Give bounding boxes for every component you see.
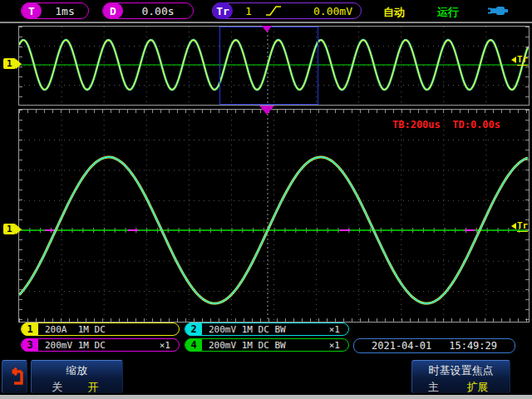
trigger-label: Tr (213, 2, 233, 19)
timebase-value: 1ms (42, 5, 88, 17)
oscilloscope-screen: T 1ms D 0.00s Tr 1 0.00mV 自动 运行 1 Tr (0, 0, 532, 399)
delay-value: 0.00s (123, 5, 193, 17)
acquire-mode-label: 自动 (383, 5, 405, 20)
main-waveform-window (18, 109, 530, 323)
zoom-off-option: 关 (52, 380, 62, 395)
delay-readout: D 0.00s (102, 2, 194, 19)
return-arrow-icon (6, 367, 25, 387)
main-waveform-plot (19, 110, 529, 322)
date-value: 2021-04-01 (372, 340, 431, 352)
rising-edge-icon (264, 4, 283, 17)
trigger-level-marker-main: Tr (511, 220, 528, 232)
timebase-label: T (22, 2, 42, 19)
delay-label: D (103, 2, 123, 19)
trigger-position-marker-main (259, 106, 274, 115)
zoom-region-box[interactable] (219, 27, 318, 105)
datetime-readout: 2021-04-01 15:49:29 (353, 338, 515, 353)
timebase-extended-option: 扩展 (467, 380, 489, 395)
softkey-menu-bar: 缩放 关 开 时基设置焦点 主 扩展 (0, 358, 532, 395)
run-state-label: 运行 (437, 5, 459, 20)
channel1-status-badge: 1 200A 1M DC (21, 323, 180, 336)
timebase-readout: T 1ms (21, 2, 89, 19)
timebase-main-option: 主 (428, 380, 439, 395)
zoom-timebase-readout: TB:200us TD:0.00s (392, 119, 500, 131)
trigger-position-marker-overview (262, 26, 272, 32)
channel1-marker-overview: 1 (3, 58, 22, 69)
graticule-ticks-left (19, 110, 22, 322)
left-arrow-icon (511, 57, 516, 63)
channel3-status-badge: 3 200mV 1M DC ×1 (21, 338, 180, 352)
trigger-level: 0.00mV (283, 5, 361, 17)
time-value: 15:49:29 (449, 340, 497, 352)
channel1-marker-main: 1 (3, 224, 22, 234)
screen-bezel-strip (0, 395, 532, 399)
zoom-button-title: 缩放 (32, 363, 122, 378)
left-arrow-icon (511, 223, 516, 229)
trigger-readout: Tr 1 0.00mV (212, 2, 362, 19)
topbar-separator (0, 22, 532, 23)
trigger-source: 1 (233, 5, 264, 17)
overview-waveform-window (18, 26, 530, 106)
channel2-status-badge: 2 200mV 1M DC BW ×1 (185, 323, 349, 336)
graticule-ticks-bottom (19, 318, 529, 322)
back-button[interactable] (2, 360, 27, 393)
trigger-level-marker-overview: Tr (511, 54, 528, 66)
zoom-softkey-button[interactable]: 缩放 关 开 (31, 360, 123, 393)
graticule-ticks-right (525, 110, 529, 322)
channel4-status-badge: 4 200mV 1M DC BW ×1 (185, 338, 349, 352)
timebase-focus-softkey-button[interactable]: 时基设置焦点 主 扩展 (411, 360, 510, 393)
usb-plug-icon (486, 3, 510, 18)
timebase-focus-title: 时基设置焦点 (412, 363, 510, 378)
graticule-ticks-right (525, 27, 529, 105)
zoom-on-option: 开 (88, 380, 99, 395)
